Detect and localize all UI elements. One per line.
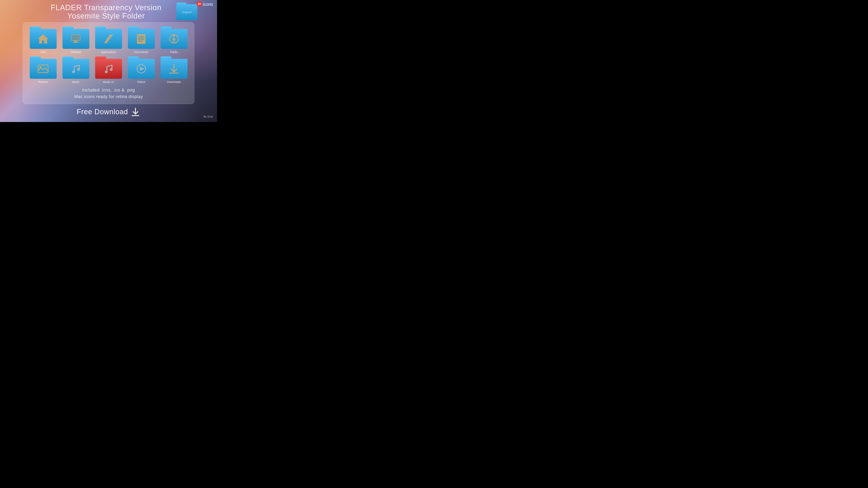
title-line1: FLADER Transparency Version bbox=[36, 4, 176, 12]
panel-text: Included .icns, .ico & .png Mac icons re… bbox=[28, 87, 189, 100]
folder-icon-documents[interactable] bbox=[128, 27, 155, 49]
svg-rect-12 bbox=[138, 39, 145, 40]
folder-icon-public[interactable] bbox=[161, 27, 188, 49]
icon-label-downloads: Downloads bbox=[167, 80, 181, 84]
svg-rect-3 bbox=[73, 42, 79, 43]
icon-label-videos: Videos bbox=[137, 80, 146, 84]
folder-icon-music-v2[interactable] bbox=[95, 57, 122, 79]
folder-icon-applications[interactable] bbox=[95, 27, 122, 49]
panel-text-line1: Included .icns, .ico & .png bbox=[28, 87, 189, 93]
icon-label-applications: Applications bbox=[101, 51, 116, 54]
svg-point-24 bbox=[77, 68, 80, 71]
footer: Free Download By Scaz bbox=[0, 104, 217, 120]
folder-icon-pictures[interactable] bbox=[30, 57, 57, 79]
icon-label-pictures: Pictures bbox=[38, 80, 48, 84]
svg-rect-11 bbox=[138, 38, 145, 38]
svg-rect-9 bbox=[137, 34, 146, 44]
icon-item-pictures[interactable]: Pictures bbox=[28, 57, 58, 84]
icon-item-applications[interactable]: Applications bbox=[93, 27, 124, 54]
icon-label-documents: Documents bbox=[134, 51, 148, 54]
free-download-area[interactable]: Free Download bbox=[76, 107, 140, 117]
svg-rect-13 bbox=[138, 41, 142, 41]
title-block: FLADER Transparency Version Yosemite Sty… bbox=[36, 4, 176, 20]
icon-label-desktop: Desktop bbox=[71, 51, 81, 54]
icon-label-user: User bbox=[40, 51, 46, 54]
main-panel: User Desktop bbox=[23, 22, 194, 104]
svg-marker-0 bbox=[38, 34, 48, 43]
icon-item-user[interactable]: User bbox=[28, 27, 58, 54]
folder-icon-user[interactable] bbox=[30, 27, 57, 49]
folder-icon-music[interactable] bbox=[62, 57, 89, 79]
badge-count: 10 bbox=[196, 1, 202, 7]
icon-item-desktop[interactable]: Desktop bbox=[60, 27, 91, 54]
folder-icon-desktop[interactable] bbox=[62, 27, 89, 49]
icon-item-videos[interactable]: Videos bbox=[126, 57, 157, 84]
svg-rect-2 bbox=[74, 41, 78, 42]
icons-label: icons bbox=[203, 2, 213, 7]
svg-rect-4 bbox=[72, 35, 80, 40]
svg-point-25 bbox=[105, 70, 108, 73]
title-line2: Yosemite Style Folder bbox=[36, 12, 176, 20]
by-scaz-label: By Scaz bbox=[204, 115, 213, 118]
header: FLADER Transparency Version Yosemite Sty… bbox=[0, 0, 217, 22]
free-download-label: Free Download bbox=[76, 108, 128, 116]
svg-marker-28 bbox=[140, 67, 144, 71]
icon-item-documents[interactable]: Documents bbox=[126, 27, 157, 54]
download-arrow-icon[interactable] bbox=[130, 107, 141, 117]
svg-line-20 bbox=[174, 40, 175, 43]
folder-icon-downloads[interactable] bbox=[161, 57, 188, 79]
icon-label-public: Public bbox=[170, 51, 178, 54]
icon-item-music[interactable]: Music bbox=[60, 57, 91, 84]
svg-rect-8 bbox=[110, 34, 113, 36]
original-folder-icon: Original bbox=[176, 3, 197, 20]
svg-point-26 bbox=[110, 68, 113, 71]
icon-label-music: Music bbox=[72, 80, 80, 84]
svg-rect-10 bbox=[138, 36, 145, 37]
folder-icon-videos[interactable] bbox=[128, 57, 155, 79]
original-folder-label: Original bbox=[182, 10, 191, 14]
page-content: FLADER Transparency Version Yosemite Sty… bbox=[0, 0, 217, 122]
corner-folder-area: Original 10 icons bbox=[176, 3, 213, 20]
panel-text-line2: Mac icons ready for retina display bbox=[28, 93, 189, 100]
svg-rect-7 bbox=[104, 42, 107, 43]
svg-point-23 bbox=[72, 70, 75, 73]
icon-label-music-v2: Music v2 bbox=[103, 80, 114, 84]
icon-item-music-v2[interactable]: Music v2 bbox=[93, 57, 124, 84]
icon-item-downloads[interactable]: Downloads bbox=[159, 57, 189, 84]
icons-grid: User Desktop bbox=[28, 27, 189, 84]
icon-item-public[interactable]: Public bbox=[159, 27, 189, 54]
